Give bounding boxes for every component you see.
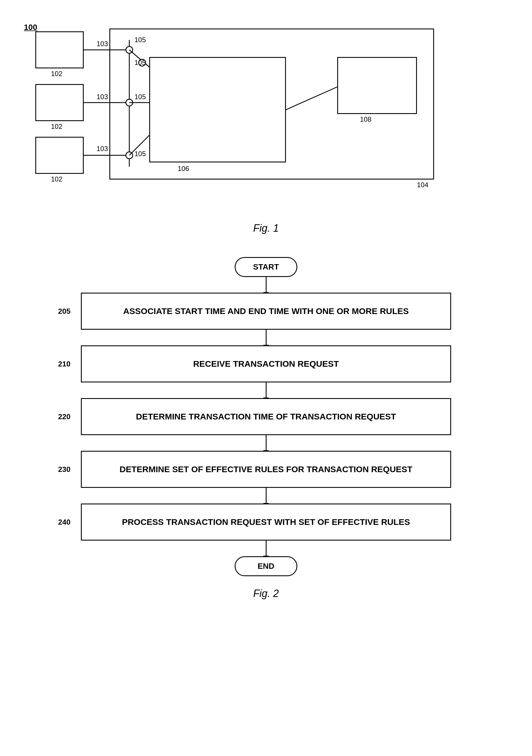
arrow-210-to-220 bbox=[266, 382, 266, 398]
page-container: 100 104 102 102 102 106 108 bbox=[0, 0, 532, 756]
start-node: START bbox=[235, 257, 297, 277]
step-210-row: 210 RECEIVE TRANSACTION REQUEST bbox=[81, 345, 451, 382]
box-102-1 bbox=[35, 31, 84, 68]
arrow-220-to-230 bbox=[266, 435, 266, 451]
step-220-label: DETERMINE TRANSACTION TIME OF TRANSACTIO… bbox=[136, 412, 396, 421]
label-106-text: 106 bbox=[178, 165, 189, 173]
start-label: START bbox=[253, 262, 279, 272]
arrow-205-to-210 bbox=[266, 330, 266, 345]
fig2-container: START 205 ASSOCIATE START TIME AND END T… bbox=[81, 257, 451, 576]
box-108 bbox=[337, 57, 417, 114]
arrow-240-to-end bbox=[266, 541, 266, 556]
fig2-caption: Fig. 2 bbox=[24, 588, 508, 600]
step-230-label: DETERMINE SET OF EFFECTIVE RULES FOR TRA… bbox=[120, 465, 412, 474]
step-230-box: DETERMINE SET OF EFFECTIVE RULES FOR TRA… bbox=[81, 451, 451, 488]
fig1-caption: Fig. 1 bbox=[17, 222, 515, 234]
label-102-1: 102 bbox=[51, 70, 63, 78]
fig1-container: 100 104 102 102 102 106 108 bbox=[24, 23, 508, 217]
step-210-box: RECEIVE TRANSACTION REQUEST bbox=[81, 345, 451, 382]
step-240-label: PROCESS TRANSACTION REQUEST WITH SET OF … bbox=[122, 517, 410, 527]
arrow-230-to-240 bbox=[266, 488, 266, 503]
step-205-label: ASSOCIATE START TIME AND END TIME WITH O… bbox=[123, 306, 409, 316]
step-210-id: 210 bbox=[58, 360, 70, 368]
label-102-3: 102 bbox=[51, 175, 63, 183]
fig2-wrapper: START 205 ASSOCIATE START TIME AND END T… bbox=[24, 257, 508, 600]
flowchart: START 205 ASSOCIATE START TIME AND END T… bbox=[81, 257, 451, 576]
end-label: END bbox=[258, 562, 274, 571]
step-240-id: 240 bbox=[58, 518, 70, 526]
box-102-3 bbox=[35, 137, 84, 174]
step-220-row: 220 DETERMINE TRANSACTION TIME OF TRANSA… bbox=[81, 398, 451, 435]
label-102-2: 102 bbox=[51, 122, 63, 130]
step-230-id: 230 bbox=[58, 465, 70, 474]
step-210-label: RECEIVE TRANSACTION REQUEST bbox=[193, 359, 339, 369]
label-108-text: 108 bbox=[360, 116, 371, 123]
step-205-id: 205 bbox=[58, 307, 70, 316]
box-106 bbox=[149, 57, 286, 162]
step-205-box: ASSOCIATE START TIME AND END TIME WITH O… bbox=[81, 293, 451, 330]
label-104-text: 104 bbox=[417, 181, 428, 189]
step-205-row: 205 ASSOCIATE START TIME AND END TIME WI… bbox=[81, 293, 451, 330]
step-220-box: DETERMINE TRANSACTION TIME OF TRANSACTIO… bbox=[81, 398, 451, 435]
label-100: 100 bbox=[24, 23, 37, 32]
end-node: END bbox=[235, 556, 297, 576]
step-240-row: 240 PROCESS TRANSACTION REQUEST WITH SET… bbox=[81, 503, 451, 541]
svg-text:103: 103 bbox=[96, 40, 108, 48]
step-220-id: 220 bbox=[58, 412, 70, 421]
step-240-box: PROCESS TRANSACTION REQUEST WITH SET OF … bbox=[81, 503, 451, 541]
svg-text:103: 103 bbox=[96, 145, 108, 152]
svg-text:103: 103 bbox=[96, 93, 108, 100]
arrow-start-to-205 bbox=[266, 277, 266, 293]
box-102-2 bbox=[35, 84, 84, 121]
step-230-row: 230 DETERMINE SET OF EFFECTIVE RULES FOR… bbox=[81, 451, 451, 488]
